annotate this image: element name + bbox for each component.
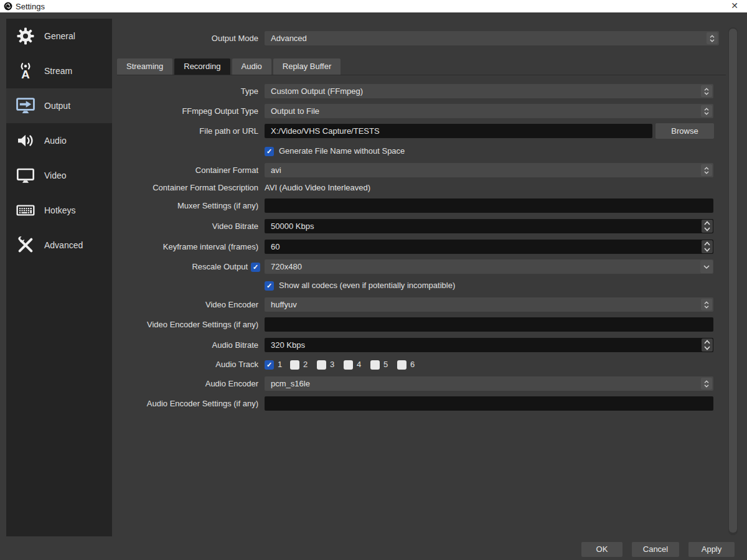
check-icon: ✓: [266, 362, 272, 368]
audio-bitrate-input[interactable]: 320 Kbps: [265, 338, 713, 352]
spinner-up-down-icon[interactable]: [701, 85, 712, 97]
cancel-button[interactable]: Cancel: [632, 542, 679, 557]
keyframe-interval-input[interactable]: 60: [265, 240, 713, 254]
audio-track-6-checkbox[interactable]: ✓: [397, 360, 406, 370]
rescale-output-value: 720x480: [271, 262, 302, 271]
sidebar-item-general[interactable]: General: [6, 19, 112, 54]
audio-track-5-label: 5: [383, 360, 388, 370]
show-all-codecs-checkbox[interactable]: ✓: [265, 281, 274, 291]
sidebar-item-stream[interactable]: A Stream: [6, 54, 112, 88]
audio-track-5: ✓ 5: [370, 360, 388, 370]
spinner-up-down-icon[interactable]: [701, 164, 712, 176]
rescale-output-label: Rescale Output: [117, 259, 248, 274]
audio-track-2-label: 2: [303, 360, 308, 370]
close-icon[interactable]: ✕: [731, 0, 738, 12]
spinner-up-down-icon[interactable]: [702, 338, 713, 352]
audio-encoder-label: Audio Encoder: [117, 376, 258, 391]
sidebar-item-label: Video: [44, 170, 67, 180]
audio-track-3: ✓ 3: [317, 360, 334, 370]
sidebar-item-label: Stream: [44, 66, 72, 76]
file-path-input[interactable]: X:/Video/VHS Capture/TESTS: [265, 124, 652, 138]
gear-icon: [14, 25, 37, 47]
ok-button[interactable]: OK: [581, 542, 622, 557]
sidebar-item-output[interactable]: Output: [6, 88, 112, 123]
sidebar-item-video[interactable]: Video: [6, 158, 112, 193]
sidebar-item-hotkeys[interactable]: Hotkeys: [6, 193, 112, 228]
muxer-settings-label: Muxer Settings (if any): [117, 198, 258, 213]
audio-track-1-checkbox[interactable]: ✓: [265, 360, 274, 370]
sidebar-item-label: General: [44, 31, 75, 41]
browse-button[interactable]: Browse: [655, 123, 714, 139]
speaker-icon: [14, 129, 37, 152]
ffmpeg-output-type-select[interactable]: Output to File: [265, 104, 713, 118]
spinner-up-down-icon[interactable]: [707, 32, 718, 44]
rescale-output-select[interactable]: 720x480: [265, 259, 713, 274]
scrollbar-thumb[interactable]: [729, 29, 737, 533]
keyboard-icon: [14, 199, 37, 222]
tabbar-divider: [117, 75, 726, 75]
video-encoder-value: huffyuv: [271, 300, 297, 309]
generate-no-space-row: ✓ Generate File Name without Space: [265, 146, 405, 156]
tools-icon: [14, 234, 37, 256]
audio-track-label: Audio Track: [117, 357, 258, 371]
window-title: Settings: [16, 2, 45, 11]
audio-encoder-settings-input[interactable]: [265, 396, 713, 411]
video-bitrate-value: 50000 Kbps: [271, 222, 314, 231]
audio-track-5-checkbox[interactable]: ✓: [370, 360, 380, 370]
tab-replay-buffer[interactable]: Replay Buffer: [273, 58, 341, 75]
type-value: Custom Output (FFmpeg): [271, 86, 363, 96]
video-encoder-select[interactable]: huffyuv: [265, 297, 713, 312]
generate-no-space-label: Generate File Name without Space: [279, 146, 405, 156]
apply-button[interactable]: Apply: [688, 542, 735, 557]
audio-bitrate-label: Audio Bitrate: [117, 338, 258, 352]
video-bitrate-input[interactable]: 50000 Kbps: [265, 219, 713, 233]
audio-track-2-checkbox[interactable]: ✓: [290, 360, 299, 370]
sidebar-item-label: Hotkeys: [44, 205, 76, 215]
tab-streaming[interactable]: Streaming: [117, 58, 172, 75]
container-format-select[interactable]: avi: [265, 163, 713, 177]
audio-track-3-label: 3: [330, 360, 334, 370]
audio-encoder-select[interactable]: pcm_s16le: [265, 376, 713, 391]
container-format-description-label: Container Format Description: [117, 180, 258, 195]
spinner-up-down-icon[interactable]: [701, 299, 712, 310]
monitor-icon: [14, 164, 37, 187]
spinner-up-down-icon[interactable]: [701, 105, 712, 117]
spinner-up-down-icon[interactable]: [702, 220, 713, 233]
check-icon: ✓: [266, 282, 272, 289]
video-encoder-label: Video Encoder: [117, 297, 258, 312]
sidebar: General A Stream: [6, 19, 112, 536]
chevron-down-icon[interactable]: [700, 260, 713, 273]
audio-bitrate-value: 320 Kbps: [271, 340, 305, 350]
output-mode-value: Advanced: [271, 34, 307, 43]
audio-track-2: ✓ 2: [290, 360, 308, 370]
video-encoder-settings-input[interactable]: [265, 317, 713, 332]
output-mode-select[interactable]: Advanced: [265, 31, 719, 45]
tab-recording[interactable]: Recording: [174, 58, 230, 75]
sidebar-item-label: Audio: [44, 136, 67, 146]
output-mode-label: Output Mode: [117, 31, 258, 45]
audio-track-4-checkbox[interactable]: ✓: [344, 360, 353, 370]
spinner-up-down-icon[interactable]: [701, 378, 712, 390]
keyframe-interval-value: 60: [271, 242, 280, 251]
output-icon: [14, 95, 37, 117]
file-path-label: File path or URL: [117, 124, 258, 138]
titlebar: Settings ✕: [0, 0, 747, 12]
spinner-up-down-icon[interactable]: [702, 240, 713, 253]
muxer-settings-input[interactable]: [265, 198, 713, 213]
type-select[interactable]: Custom Output (FFmpeg): [265, 84, 713, 98]
vertical-scrollbar[interactable]: [728, 27, 738, 535]
audio-track-3-checkbox[interactable]: ✓: [317, 360, 326, 370]
generate-no-space-checkbox[interactable]: ✓: [265, 147, 274, 156]
video-bitrate-label: Video Bitrate: [117, 219, 258, 233]
tab-audio[interactable]: Audio: [232, 58, 271, 75]
rescale-output-checkbox-wrap: ✓: [251, 262, 260, 272]
sidebar-item-advanced[interactable]: Advanced: [6, 228, 112, 263]
type-label: Type: [117, 84, 258, 98]
sidebar-item-audio[interactable]: Audio: [6, 123, 112, 158]
rescale-output-checkbox[interactable]: ✓: [251, 263, 260, 272]
obs-logo-icon: [4, 2, 12, 11]
audio-track-4: ✓ 4: [344, 360, 361, 370]
show-all-codecs-label: Show all codecs (even if potentially inc…: [279, 281, 455, 291]
container-format-label: Container Format: [117, 163, 258, 177]
sidebar-item-label: Output: [44, 101, 70, 111]
